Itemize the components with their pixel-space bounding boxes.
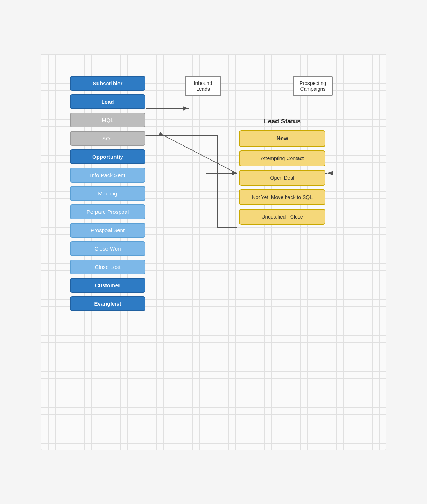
- unqualified-close-box: Unquaified - Close: [239, 209, 325, 225]
- yellow-boxes: New Attempting Contact Open Deal Not Yet…: [203, 130, 361, 225]
- diagram-wrapper: Subscribler Lead MQL SQL Opportuntiy Inf…: [41, 54, 386, 450]
- page-container: Subscribler Lead MQL SQL Opportuntiy Inf…: [0, 0, 427, 504]
- mql-box: MQL: [70, 113, 145, 127]
- info-pack-sent-box: Info Pack Sent: [70, 168, 145, 183]
- not-yet-box: Not Yet, Move back to SQL: [239, 189, 325, 205]
- prospecting-campaigns-box: Prospecting Campaigns: [293, 76, 333, 96]
- new-box: New: [239, 130, 325, 147]
- right-section: Inbound Leads Prospecting Campaigns Lead…: [174, 76, 361, 225]
- open-deal-box: Open Deal: [239, 170, 325, 186]
- close-won-box: Close Won: [70, 241, 145, 256]
- opportunity-box: Opportuntiy: [70, 149, 145, 164]
- meeting-box: Meeting: [70, 186, 145, 201]
- subscriber-box: Subscribler: [70, 76, 145, 91]
- attempting-contact-box: Attempting Contact: [239, 150, 325, 166]
- proposal-sent-box: Prospoal Sent: [70, 223, 145, 238]
- close-lost-box: Close Lost: [70, 260, 145, 274]
- left-column: Subscribler Lead MQL SQL Opportuntiy Inf…: [70, 76, 145, 311]
- prepare-proposal-box: Perpare Prospoal: [70, 204, 145, 219]
- customer-box: Customer: [70, 278, 145, 293]
- lead-box: Lead: [70, 94, 145, 109]
- top-labels: Inbound Leads Prospecting Campaigns: [185, 76, 361, 96]
- lead-status-title: Lead Status: [203, 118, 361, 125]
- sql-box: SQL: [70, 131, 145, 146]
- inbound-leads-box: Inbound Leads: [185, 76, 221, 96]
- evangelist-box: Evangleist: [70, 296, 145, 311]
